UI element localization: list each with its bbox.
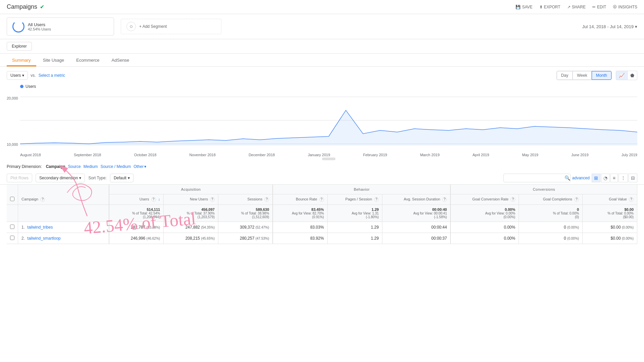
total-pages-session-sub: Avg for View: 1.31(-1.80%) (331, 212, 379, 219)
search-button[interactable]: 🔍 (565, 175, 570, 181)
legend-dot-users (20, 85, 23, 88)
row1-sessions-pct: (52.47%) (256, 226, 269, 229)
other-chevron-icon: ▾ (144, 164, 146, 169)
row2-checkbox[interactable] (10, 236, 14, 240)
bar-chart-button[interactable]: ⬟ (628, 71, 637, 80)
advanced-link[interactable]: advanced (572, 176, 590, 180)
row2-goal-value-pct: (0.00%) (622, 237, 634, 240)
goal-conv-rate-help-icon[interactable]: ? (511, 197, 515, 202)
dim-campaign[interactable]: Campaign (46, 164, 65, 169)
row1-goal-completions: 0 (564, 225, 566, 230)
col-campaign: Campaign (21, 197, 38, 201)
x-label-dec: December 2018 (249, 153, 275, 157)
row1-new-users-pct: (54.35%) (201, 226, 215, 229)
row1-avg-session: 00:00:44 (431, 225, 447, 230)
comparison-view-button[interactable]: ≡ (610, 174, 618, 182)
select-metric-link[interactable]: Select a metric (39, 73, 65, 78)
term-cloud-button[interactable]: ⋮ (619, 174, 628, 182)
chart-scroll-handle[interactable] (322, 158, 335, 160)
row1-new-users: 247,882 (185, 225, 200, 230)
total-goal-value: $0.00 (586, 207, 634, 212)
grid-view-button[interactable]: ⊞ (592, 174, 600, 182)
primary-dimension-label: Primary Dimension: (7, 164, 42, 169)
x-label-feb: February 2019 (363, 153, 387, 157)
row2-goal-conv-rate: 0.00% (504, 236, 515, 241)
total-goal-conv-rate: 0.00% (454, 207, 515, 212)
row1-users: 282,787 (131, 225, 145, 230)
row2-new-users-pct: (45.65%) (201, 237, 215, 240)
col-goal-conv-rate: Goal Conversion Rate (472, 197, 508, 201)
bounce-rate-help-icon[interactable]: ? (319, 197, 324, 202)
dim-medium[interactable]: Medium (84, 164, 98, 169)
total-bounce-rate-sub: Avg for View: 82.70%(0.91%) (276, 212, 324, 219)
line-chart-button[interactable]: 📈 (616, 71, 628, 80)
campaign-help-icon[interactable]: ? (40, 197, 45, 202)
avg-session-help-icon[interactable]: ? (442, 197, 447, 202)
pivot-view-button[interactable]: ⊟ (629, 174, 637, 182)
total-new-users-sub: % of Total: 37.90%(1,203,579) (167, 212, 215, 219)
totals-row: 514,111 % of Total: 42.54%(1,208,544) 45… (7, 205, 637, 222)
plot-rows-button: Plot Rows (7, 174, 32, 182)
goal-completions-help-icon[interactable]: ? (574, 197, 579, 202)
table-row: 1. tailwind_tribes 282,787 (53.38%) 247,… (7, 222, 637, 233)
sort-type-button[interactable]: Default ▾ (110, 174, 133, 182)
total-pages-session: 1.29 (331, 207, 379, 212)
edit-icon: ✏ (592, 5, 596, 9)
save-icon: 💾 (516, 5, 521, 9)
save-button[interactable]: 💾 SAVE (516, 5, 532, 9)
total-sessions: 589,630 (222, 207, 269, 212)
all-users-segment[interactable]: All Users 42.54% Users (7, 17, 114, 36)
dim-source[interactable]: Source (68, 164, 81, 169)
insights-button[interactable]: ⦿ INSIGHTS (613, 5, 637, 9)
total-goal-completions: 0 (522, 207, 579, 212)
sort-arrow-users: ↓ (158, 197, 160, 201)
week-button[interactable]: Week (573, 71, 591, 80)
goal-value-help-icon[interactable]: ? (629, 197, 634, 202)
y-label-10k: 10,000 (7, 142, 18, 146)
search-input[interactable] (503, 174, 571, 182)
metric-selector[interactable]: Users ▾ (7, 71, 28, 80)
x-label-jun: June 2019 (571, 153, 588, 157)
dim-other-dropdown[interactable]: Other ▾ (133, 164, 146, 169)
add-segment-button[interactable]: ○ + Add Segment (121, 19, 221, 34)
row1-checkbox[interactable] (10, 225, 14, 229)
tab-ecommerce[interactable]: Ecommerce (71, 55, 105, 66)
row1-sessions: 309,372 (240, 225, 254, 230)
pages-session-help-icon[interactable]: ? (374, 197, 379, 202)
sort-type-chevron: ▾ (128, 176, 130, 180)
tab-adsense[interactable]: AdSense (106, 55, 135, 66)
row1-campaign-link[interactable]: tailwind_tribes (27, 225, 53, 230)
edit-button[interactable]: ✏ EDIT (592, 5, 606, 9)
pie-view-button[interactable]: ◔ (601, 174, 610, 182)
row2-new-users: 208,215 (185, 236, 200, 241)
x-label-aug: August 2018 (20, 153, 41, 157)
insights-icon: ⦿ (613, 5, 617, 9)
tab-site-usage[interactable]: Site Usage (38, 55, 70, 66)
row1-users-pct: (53.38%) (147, 226, 160, 229)
new-users-help-icon[interactable]: ? (210, 197, 215, 202)
row2-pages-session: 1.29 (371, 236, 379, 241)
row2-goal-completions-pct: (0.00%) (567, 237, 579, 240)
date-range-selector[interactable]: Jul 14, 2018 - Jul 14, 2019 ▾ (582, 24, 637, 29)
explorer-tab[interactable]: Explorer (7, 42, 32, 51)
day-button[interactable]: Day (557, 71, 573, 80)
sort-type-label: Sort Type: (88, 176, 106, 180)
total-goal-conv-sub: Avg for View: 0.00%(0.00%) (454, 212, 515, 219)
row2-campaign-link[interactable]: tailwind_smartloop (27, 236, 60, 241)
select-all-checkbox[interactable] (10, 197, 14, 201)
secondary-dimension-button[interactable]: Secondary dimension ▾ (36, 174, 85, 182)
row1-goal-completions-pct: (0.00%) (567, 226, 579, 229)
row2-bounce-rate: 83.92% (310, 236, 324, 241)
x-label-nov: November 2018 (190, 153, 216, 157)
dim-source-medium[interactable]: Source / Medium (100, 164, 131, 169)
verified-icon: ✔ (40, 4, 44, 10)
sessions-help-icon[interactable]: ? (264, 197, 269, 202)
share-button[interactable]: ↗ SHARE (567, 5, 586, 9)
export-button[interactable]: ⬆ EXPORT (539, 5, 560, 9)
tab-summary[interactable]: Summary (7, 55, 36, 66)
month-button[interactable]: Month (592, 71, 611, 80)
svg-marker-3 (20, 110, 637, 145)
segment-loading-icon (12, 20, 24, 33)
add-segment-label: + Add Segment (139, 24, 167, 29)
users-help-icon[interactable]: ? (151, 197, 156, 202)
